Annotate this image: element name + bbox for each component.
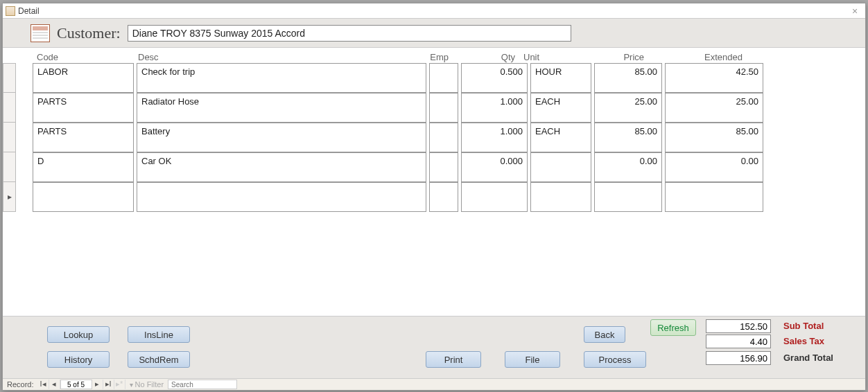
- print-button[interactable]: Print: [426, 351, 481, 368]
- lookup-button[interactable]: Lookup: [47, 326, 110, 343]
- grandtotal-label: Grand Total: [783, 353, 833, 363]
- cell-unit[interactable]: EACH: [530, 93, 591, 123]
- col-unit: Unit: [519, 52, 580, 62]
- cell-unit[interactable]: HOUR: [530, 63, 591, 93]
- cell-code[interactable]: D: [33, 152, 134, 182]
- cell-emp[interactable]: [429, 152, 458, 182]
- nav-last-icon[interactable]: ▸I: [103, 380, 114, 389]
- cell-code[interactable]: PARTS: [33, 123, 134, 152]
- nav-prev-icon[interactable]: ◂: [49, 380, 60, 389]
- row-selector[interactable]: [3, 152, 16, 182]
- row-selector[interactable]: [3, 123, 16, 152]
- cell-price[interactable]: 25.00: [594, 93, 662, 123]
- nav-new-icon[interactable]: ▸*: [114, 380, 125, 389]
- col-desc: Desc: [134, 52, 424, 62]
- table-row: D Car OK 0.000 0.00 0.00: [3, 152, 865, 182]
- col-emp: Emp: [424, 52, 453, 62]
- history-button[interactable]: History: [47, 351, 110, 368]
- record-label: Record:: [3, 380, 38, 389]
- grid: Code Desc Emp Qty Unit Price Extended LA…: [3, 48, 865, 212]
- col-code: Code: [33, 52, 134, 62]
- cell-qty[interactable]: [461, 182, 528, 212]
- customer-field[interactable]: [128, 25, 571, 42]
- record-position[interactable]: [60, 380, 92, 389]
- cell-code[interactable]: [33, 182, 134, 212]
- process-button[interactable]: Process: [584, 351, 646, 368]
- footer-band: Lookup InsLine History SchdRem Print Fil…: [3, 316, 865, 378]
- row-selector-new[interactable]: ▸: [3, 182, 16, 212]
- salestax-label: Sales Tax: [783, 336, 824, 346]
- window-title: Detail: [18, 6, 847, 16]
- schdrem-button[interactable]: SchdRem: [128, 351, 190, 368]
- cell-qty[interactable]: 0.000: [461, 152, 528, 182]
- table-row: LABOR Check for trip 0.500 HOUR 85.00 42…: [3, 63, 865, 93]
- col-qty: Qty: [453, 52, 519, 62]
- back-button[interactable]: Back: [584, 326, 625, 343]
- cell-price[interactable]: 85.00: [594, 63, 662, 93]
- row-selector[interactable]: [3, 93, 16, 123]
- cell-desc[interactable]: Car OK: [137, 152, 426, 182]
- customer-label: Customer:: [57, 24, 121, 42]
- cell-emp[interactable]: [429, 63, 458, 93]
- titlebar: Detail ×: [3, 3, 865, 19]
- cell-unit[interactable]: [530, 152, 591, 182]
- cell-ext[interactable]: 85.00: [665, 123, 763, 152]
- cell-desc[interactable]: Battery: [137, 123, 426, 152]
- header-band: Customer:: [3, 19, 865, 48]
- cell-qty[interactable]: 0.500: [461, 63, 528, 93]
- subtotal-label: Sub Total: [783, 321, 824, 331]
- cell-ext[interactable]: [665, 182, 763, 212]
- funnel-icon: ▾: [130, 381, 133, 389]
- cell-ext[interactable]: 0.00: [665, 152, 763, 182]
- salestax-value[interactable]: 4.40: [706, 335, 771, 348]
- grandtotal-value[interactable]: 156.90: [706, 351, 771, 365]
- table-row: PARTS Radiator Hose 1.000 EACH 25.00 25.…: [3, 93, 865, 123]
- cell-emp[interactable]: [429, 93, 458, 123]
- detail-window: Detail × Customer: Code Desc Emp Qty Uni…: [2, 3, 866, 391]
- no-filter-label: No Filter: [135, 380, 164, 389]
- no-filter[interactable]: ▾ No Filter: [125, 380, 168, 389]
- cell-price[interactable]: [594, 182, 662, 212]
- cell-qty[interactable]: 1.000: [461, 93, 528, 123]
- cell-emp[interactable]: [429, 123, 458, 152]
- cell-ext[interactable]: 42.50: [665, 63, 763, 93]
- col-extended: Extended: [648, 52, 747, 62]
- search-input[interactable]: [168, 380, 237, 389]
- nav-next-icon[interactable]: ▸: [92, 380, 103, 389]
- file-button[interactable]: File: [505, 351, 560, 368]
- cell-code[interactable]: LABOR: [33, 63, 134, 93]
- cell-desc[interactable]: [137, 182, 426, 212]
- statusbar: Record: I◂ ◂ ▸ ▸I ▸* ▾ No Filter: [3, 378, 865, 390]
- cell-unit[interactable]: EACH: [530, 123, 591, 152]
- close-icon[interactable]: ×: [847, 6, 862, 17]
- table-row: PARTS Battery 1.000 EACH 85.00 85.00: [3, 123, 865, 152]
- refresh-button[interactable]: Refresh: [650, 319, 696, 336]
- cell-code[interactable]: PARTS: [33, 93, 134, 123]
- subtotal-value[interactable]: 152.50: [706, 319, 771, 333]
- cell-qty[interactable]: 1.000: [461, 123, 528, 152]
- form-icon: [6, 6, 15, 16]
- row-selector[interactable]: [3, 63, 16, 93]
- cell-price[interactable]: 85.00: [594, 123, 662, 152]
- cell-desc[interactable]: Check for trip: [137, 63, 426, 93]
- insline-button[interactable]: InsLine: [128, 326, 190, 343]
- column-headers: Code Desc Emp Qty Unit Price Extended: [3, 48, 865, 63]
- cell-unit[interactable]: [530, 182, 591, 212]
- table-row-new: ▸: [3, 182, 865, 212]
- nav-first-icon[interactable]: I◂: [38, 380, 49, 389]
- col-price: Price: [580, 52, 648, 62]
- cell-ext[interactable]: 25.00: [665, 93, 763, 123]
- cell-desc[interactable]: Radiator Hose: [137, 93, 426, 123]
- customer-form-icon: [31, 24, 50, 42]
- cell-emp[interactable]: [429, 182, 458, 212]
- cell-price[interactable]: 0.00: [594, 152, 662, 182]
